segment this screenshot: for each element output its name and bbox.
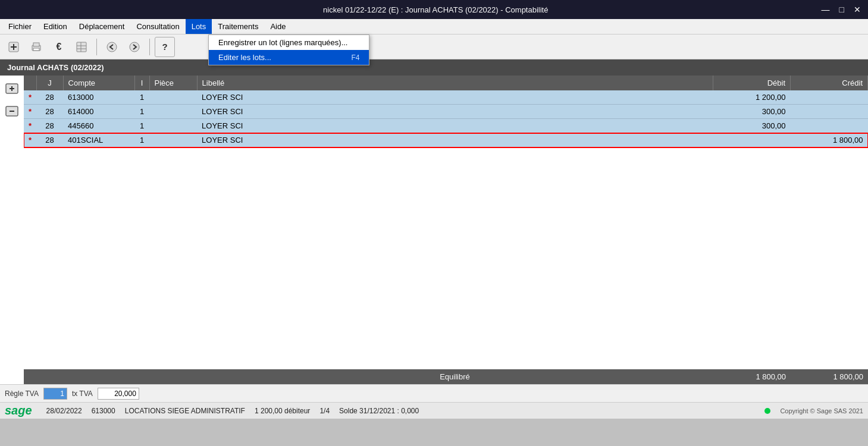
col-header-star [24,76,36,90]
totals-credit: 1 800,00 [791,369,868,384]
cell-compte-3: 445660 [63,119,134,133]
tva-label1: Règle TVA [5,390,39,398]
status-solde: Solde 31/12/2021 : 0,000 [339,407,419,415]
dropdown-editer-shortcut: F4 [351,54,359,62]
cell-j-4: 28 [36,133,63,147]
toolbar: € ? [0,34,868,59]
status-compte: 613000 [92,407,115,415]
remove-row-button[interactable] [4,103,20,120]
totals-row: Equilibré 1 800,00 1 800,00 [24,369,868,384]
cell-libelle-2: LOYER SCI [197,105,713,119]
back-icon [106,41,118,53]
cell-j-2: 28 [36,105,63,119]
status-position: 1/4 [319,407,330,415]
svg-point-10 [107,42,117,52]
status-date: 28/02/2022 [46,407,82,415]
maximize-button[interactable]: □ [837,5,847,14]
side-icons [4,76,20,120]
cell-i-1: 1 [134,90,149,105]
table-icon [76,41,87,53]
svg-rect-4 [33,43,39,46]
toolbar-print-button[interactable] [26,37,46,57]
cell-i-2: 1 [134,105,149,119]
close-button[interactable]: ✕ [851,5,863,14]
print-icon [30,41,42,53]
cell-credit-4: 1 800,00 [791,133,868,147]
forward-icon [129,41,140,53]
add-row-icon [5,81,19,96]
window-controls: — □ ✕ [819,5,863,14]
totals-debit: 1 800,00 [713,369,791,384]
menu-aide[interactable]: Aide [264,19,292,34]
toolbar-table-button[interactable] [71,37,92,57]
cell-credit-2 [791,105,868,119]
totals-section: Equilibré 1 800,00 1 800,00 [0,369,868,384]
cell-star-4: * [24,133,36,147]
dropdown-enregistrer[interactable]: Enregistrer un lot (lignes marquées)... [209,35,369,50]
menu-traitements[interactable]: Traitements [212,19,264,34]
table-header-row: J Compte I Pièce Libellé Débit Crédit [24,76,868,90]
col-header-libelle: Libellé [197,76,713,90]
cell-star-3: * [24,119,36,133]
cell-libelle-3: LOYER SCI [197,119,713,133]
table-scroll[interactable]: J Compte I Pièce Libellé Débit Crédit * … [24,76,868,369]
sage-logo: sage [5,404,32,417]
toolbar-separator-1 [96,39,97,55]
cell-compte-2: 614000 [63,105,134,119]
toolbar-add-button[interactable] [4,37,24,57]
col-header-credit: Crédit [791,76,868,90]
cell-piece-3 [149,119,197,133]
cell-j-3: 28 [36,119,63,133]
table-body: * 28 613000 1 LOYER SCI 1 200,00 * 28 61… [24,90,868,147]
tva-label2: tx TVA [72,390,93,398]
cell-credit-3 [791,119,868,133]
cell-j-1: 28 [36,90,63,105]
totals-table: Equilibré 1 800,00 1 800,00 [24,369,868,384]
cell-star-2: * [24,105,36,119]
cell-i-3: 1 [134,119,149,133]
col-header-j: J [36,76,63,90]
menu-deplacement[interactable]: Déplacement [73,19,131,34]
cell-debit-3: 300,00 [713,119,791,133]
status-bar: sage 28/02/2022 613000 LOCATIONS SIEGE A… [0,402,868,419]
totals-label: Equilibré [196,369,713,384]
toolbar-forward-button[interactable] [124,37,145,57]
dropdown-enregistrer-label: Enregistrer un lot (lignes marquées)... [218,38,347,47]
cell-piece-4 [149,133,197,147]
col-header-compte: Compte [63,76,134,90]
status-amount: 1 200,00 débiteur [255,407,310,415]
dropdown-editer[interactable]: Editer les lots... F4 [209,50,369,65]
menu-lots[interactable]: Lots [186,19,212,34]
col-header-i: I [134,76,149,90]
menu-fichier[interactable]: Fichier [2,19,37,34]
tva-value2-input[interactable] [98,388,139,400]
cell-libelle-4: LOYER SCI [197,133,713,147]
toolbar-separator-2 [149,39,150,55]
menu-consultation[interactable]: Consultation [130,19,185,34]
minimize-button[interactable]: — [819,5,832,14]
menu-bar: Fichier Edition Déplacement Consultation… [0,19,868,34]
toolbar-back-button[interactable] [102,37,122,57]
col-header-debit: Débit [713,76,791,90]
main-content: Journal ACHATS (02/2022) [0,59,868,369]
add-row-button[interactable] [4,80,20,97]
table-row[interactable]: * 28 401SCIAL 1 LOYER SCI 1 800,00 [24,133,868,147]
svg-point-11 [130,42,139,52]
table-row[interactable]: * 28 614000 1 LOYER SCI 300,00 [24,105,868,119]
table-section: J Compte I Pièce Libellé Débit Crédit * … [0,76,868,369]
menu-edition[interactable]: Edition [37,19,73,34]
tva-value1-input[interactable] [43,388,67,400]
cell-compte-1: 613000 [63,90,134,105]
status-copyright: Copyright © Sage SAS 2021 [780,407,863,414]
cell-credit-1 [791,90,868,105]
status-description: LOCATIONS SIEGE ADMINISTRATIF [125,407,245,415]
status-dot [764,408,770,414]
cell-debit-4 [713,133,791,147]
cell-piece-2 [149,105,197,119]
toolbar-help-button[interactable]: ? [155,37,175,57]
toolbar-euro-button[interactable]: € [49,37,69,57]
add-icon [8,41,20,53]
table-row[interactable]: * 28 445660 1 LOYER SCI 300,00 [24,119,868,133]
cell-i-4: 1 [134,133,149,147]
table-row[interactable]: * 28 613000 1 LOYER SCI 1 200,00 [24,90,868,105]
